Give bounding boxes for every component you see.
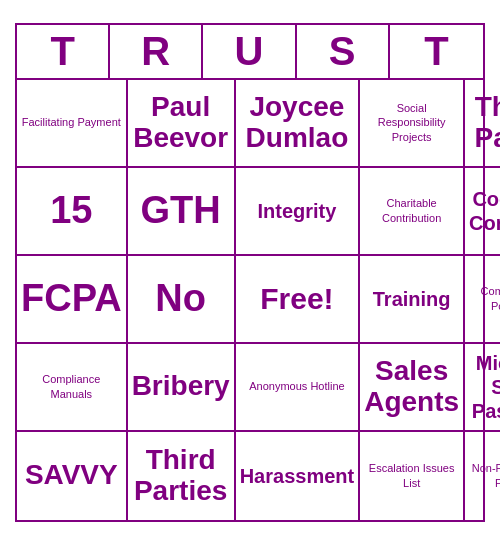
cell-text-4: Third Party [469,92,500,154]
bingo-cell-20: SAVVY [17,432,128,520]
bingo-cell-17: Anonymous Hotline [236,344,361,432]
bingo-cell-14: Compliance Posters [465,256,500,344]
bingo-cell-13: Training [360,256,465,344]
cell-text-13: Training [373,287,451,311]
cell-text-17: Anonymous Hotline [249,379,344,393]
bingo-cell-22: Harassment [236,432,361,520]
header-letter-t: T [17,25,110,78]
cell-text-11: No [155,277,206,320]
bingo-cell-5: 15 [17,168,128,256]
cell-text-3: Social Responsibility Projects [364,101,459,144]
header-row: TRUST [17,25,483,80]
cell-text-23: Escalation Issues List [364,461,459,490]
cell-text-1: Paul Beevor [132,92,230,154]
cell-text-2: Joycee Dumlao [240,92,355,154]
cell-text-24: Non-Retaliation Policy [469,461,500,490]
bingo-cell-6: GTH [128,168,236,256]
bingo-cell-12: Free! [236,256,361,344]
bingo-cell-21: Third Parties [128,432,236,520]
bingo-cell-7: Integrity [236,168,361,256]
bingo-cell-16: Bribery [128,344,236,432]
cell-text-6: GTH [141,189,221,232]
bingo-cell-10: FCPA [17,256,128,344]
cell-text-5: 15 [50,189,92,232]
header-letter-s: S [297,25,390,78]
cell-text-15: Compliance Manuals [21,372,122,401]
bingo-cell-1: Paul Beevor [128,80,236,168]
cell-text-19: Michee San Pascual [469,351,500,423]
cell-text-14: Compliance Posters [469,284,500,313]
bingo-cell-8: Charitable Contribution [360,168,465,256]
bingo-cell-11: No [128,256,236,344]
bingo-cell-0: Facilitating Payment [17,80,128,168]
cell-text-7: Integrity [257,199,336,223]
cell-text-12: Free! [260,282,333,316]
bingo-grid: Facilitating PaymentPaul BeevorJoycee Du… [17,80,483,520]
bingo-cell-19: Michee San Pascual [465,344,500,432]
cell-text-18: Sales Agents [364,356,459,418]
cell-text-0: Facilitating Payment [22,115,121,129]
header-letter-t: T [390,25,483,78]
bingo-cell-9: Code of Conduct [465,168,500,256]
bingo-cell-3: Social Responsibility Projects [360,80,465,168]
header-letter-r: R [110,25,203,78]
bingo-cell-15: Compliance Manuals [17,344,128,432]
bingo-cell-4: Third Party [465,80,500,168]
bingo-card: TRUST Facilitating PaymentPaul BeevorJoy… [15,23,485,522]
bingo-cell-23: Escalation Issues List [360,432,465,520]
cell-text-20: SAVVY [25,460,118,491]
bingo-cell-18: Sales Agents [360,344,465,432]
cell-text-22: Harassment [240,464,355,488]
header-letter-u: U [203,25,296,78]
cell-text-10: FCPA [21,277,122,320]
bingo-cell-24: Non-Retaliation Policy [465,432,500,520]
cell-text-21: Third Parties [132,445,230,507]
bingo-cell-2: Joycee Dumlao [236,80,361,168]
cell-text-8: Charitable Contribution [364,196,459,225]
cell-text-16: Bribery [132,371,230,402]
cell-text-9: Code of Conduct [469,187,500,235]
